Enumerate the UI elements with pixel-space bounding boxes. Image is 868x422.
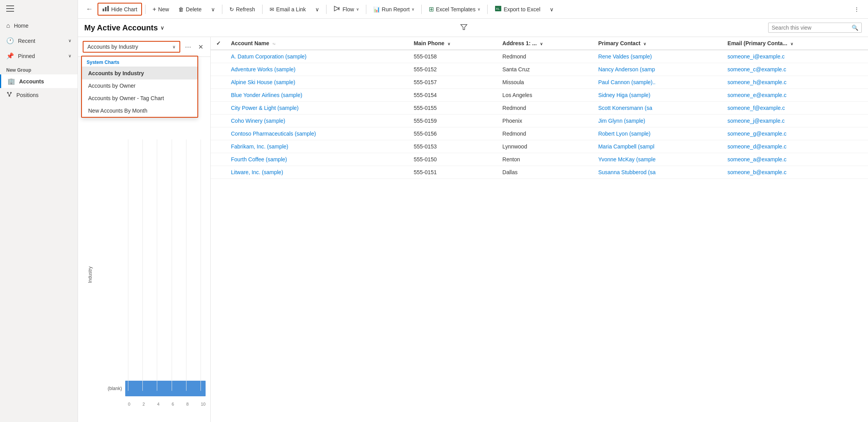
cell-account-name[interactable]: Fabrikam, Inc. (sample): [226, 140, 409, 153]
chart-dropdown-item-by-owner-tag[interactable]: Accounts by Owner - Tag Chart: [82, 92, 197, 104]
chevron-down-icon: ∨: [477, 7, 480, 11]
svg-rect-10: [107, 6, 109, 11]
sidebar-item-label: Recent: [18, 38, 35, 44]
cell-email[interactable]: someone_i@example.c: [723, 50, 868, 63]
divider: [326, 5, 327, 14]
cell-email[interactable]: someone_a@example.c: [723, 153, 868, 166]
sidebar-item-home[interactable]: ⌂ Home: [0, 18, 78, 33]
sidebar-item-accounts[interactable]: 🏢 Accounts: [0, 74, 78, 88]
svg-rect-9: [105, 7, 107, 11]
cell-email[interactable]: someone_g@example.c: [723, 127, 868, 140]
cell-email[interactable]: someone_j@example.c: [723, 115, 868, 127]
run-report-button[interactable]: 📊 Run Report ∨: [369, 4, 419, 14]
refresh-button[interactable]: ↻ Refresh: [225, 4, 259, 14]
chart-dropdown-item-by-industry[interactable]: Accounts by Industry: [82, 67, 197, 79]
sidebar-item-recent[interactable]: 🕐 Recent ∨: [0, 33, 78, 48]
cell-account-name[interactable]: City Power & Light (sample): [226, 102, 409, 115]
cell-primary-contact[interactable]: Scott Konersmann (sa: [593, 102, 722, 115]
chart-more-options[interactable]: ⋯: [183, 42, 193, 52]
cell-email[interactable]: someone_f@example.c: [723, 102, 868, 115]
col-email[interactable]: Email (Primary Conta... ∨: [723, 37, 868, 50]
plus-icon: +: [153, 6, 156, 13]
cell-email[interactable]: someone_b@example.c: [723, 166, 868, 179]
chart-bar-row: (blank): [101, 381, 206, 396]
chevron-down-icon: ∨: [68, 53, 71, 58]
bar-label: (blank): [101, 386, 122, 391]
col-main-phone[interactable]: Main Phone ∨: [409, 37, 497, 50]
cell-email[interactable]: someone_e@example.c: [723, 89, 868, 102]
cell-account-name[interactable]: Blue Yonder Airlines (sample): [226, 89, 409, 102]
row-check[interactable]: [211, 153, 226, 166]
hide-chart-button[interactable]: Hide Chart: [98, 3, 142, 16]
sidebar-item-positions[interactable]: Positions: [0, 88, 78, 102]
view-title-chevron[interactable]: ∨: [160, 25, 164, 31]
email-link-button[interactable]: ✉ Email a Link: [266, 4, 310, 14]
view-header: My Active Accounts ∨ 🔍: [78, 19, 868, 37]
cell-primary-contact[interactable]: Yvonne McKay (sample: [593, 153, 722, 166]
cell-account-name[interactable]: A. Datum Corporation (sample): [226, 50, 409, 63]
cell-primary-contact[interactable]: Susanna Stubberod (sa: [593, 166, 722, 179]
row-check[interactable]: [211, 50, 226, 63]
ellipsis-icon: ⋮: [854, 6, 859, 12]
svg-text:XL: XL: [496, 7, 500, 11]
row-check[interactable]: [211, 166, 226, 179]
flow-button[interactable]: Flow ∨: [330, 4, 363, 15]
cell-main-phone: 555-0155: [409, 102, 497, 115]
new-button[interactable]: + New: [149, 4, 173, 15]
sidebar-item-pinned[interactable]: 📌 Pinned ∨: [0, 48, 78, 64]
cell-address: Lynnwood: [498, 140, 594, 153]
cell-address: Renton: [498, 153, 594, 166]
cell-primary-contact[interactable]: Jim Glynn (sample): [593, 115, 722, 127]
chart-dropdown-item-by-owner[interactable]: Accounts by Owner: [82, 79, 197, 92]
cell-primary-contact[interactable]: Sidney Higa (sample): [593, 89, 722, 102]
more-options-button[interactable]: ⋮: [850, 4, 863, 14]
cell-account-name[interactable]: Adventure Works (sample): [226, 63, 409, 76]
chart-selector[interactable]: Accounts by Industry ∨: [83, 41, 180, 53]
table-row: Litware, Inc. (sample) 555-0151 Dallas S…: [211, 166, 868, 179]
row-check[interactable]: [211, 102, 226, 115]
row-check[interactable]: [211, 76, 226, 89]
positions-icon: [6, 91, 12, 99]
export-excel-dropdown[interactable]: ∨: [546, 4, 557, 14]
cell-primary-contact[interactable]: Rene Valdes (sample): [593, 50, 722, 63]
row-check[interactable]: [211, 89, 226, 102]
hamburger-menu[interactable]: [0, 0, 78, 18]
cell-account-name[interactable]: Litware, Inc. (sample): [226, 166, 409, 179]
row-check[interactable]: [211, 63, 226, 76]
cell-primary-contact[interactable]: Paul Cannon (sample)..: [593, 76, 722, 89]
cell-primary-contact[interactable]: Maria Campbell (sampl: [593, 140, 722, 153]
cell-email[interactable]: someone_d@example.c: [723, 140, 868, 153]
sidebar-item-label: Pinned: [18, 53, 35, 59]
email-link-dropdown[interactable]: ∨: [311, 4, 323, 14]
cell-account-name[interactable]: Contoso Pharmaceuticals (sample): [226, 127, 409, 140]
cell-main-phone: 555-0157: [409, 76, 497, 89]
col-check[interactable]: ✓: [211, 37, 226, 50]
search-input[interactable]: [772, 25, 849, 31]
cell-account-name[interactable]: Alpine Ski House (sample): [226, 76, 409, 89]
grid-table: ✓ Account Name ↑↓ Main Phone ∨ Address 1…: [211, 37, 868, 179]
cell-primary-contact[interactable]: Nancy Anderson (samp: [593, 63, 722, 76]
more-dropdown-1[interactable]: ∨: [207, 4, 219, 14]
table-row: A. Datum Corporation (sample) 555-0158 R…: [211, 50, 868, 63]
cell-account-name[interactable]: Fourth Coffee (sample): [226, 153, 409, 166]
back-button[interactable]: ←: [83, 4, 96, 15]
delete-label: Delete: [186, 6, 201, 12]
grid-line: [142, 139, 143, 391]
cell-email[interactable]: someone_c@example.c: [723, 63, 868, 76]
table-row: Fourth Coffee (sample) 555-0150 Renton Y…: [211, 153, 868, 166]
col-primary-contact[interactable]: Primary Contact ∨: [593, 37, 722, 50]
excel-templates-button[interactable]: ⊞ Excel Templates ∨: [425, 4, 484, 15]
cell-primary-contact[interactable]: Robert Lyon (sample): [593, 127, 722, 140]
col-address[interactable]: Address 1: ... ∨: [498, 37, 594, 50]
col-account-name[interactable]: Account Name ↑↓: [226, 37, 409, 50]
export-excel-button[interactable]: XL Export to Excel: [491, 4, 544, 15]
row-check[interactable]: [211, 140, 226, 153]
filter-icon[interactable]: [460, 24, 467, 32]
chart-close-button[interactable]: ✕: [196, 42, 206, 52]
row-check[interactable]: [211, 115, 226, 127]
cell-account-name[interactable]: Coho Winery (sample): [226, 115, 409, 127]
chart-dropdown-item-by-month[interactable]: New Accounts By Month: [82, 104, 197, 117]
cell-email[interactable]: someone_h@example.c: [723, 76, 868, 89]
delete-button[interactable]: 🗑 Delete: [174, 4, 205, 14]
row-check[interactable]: [211, 127, 226, 140]
